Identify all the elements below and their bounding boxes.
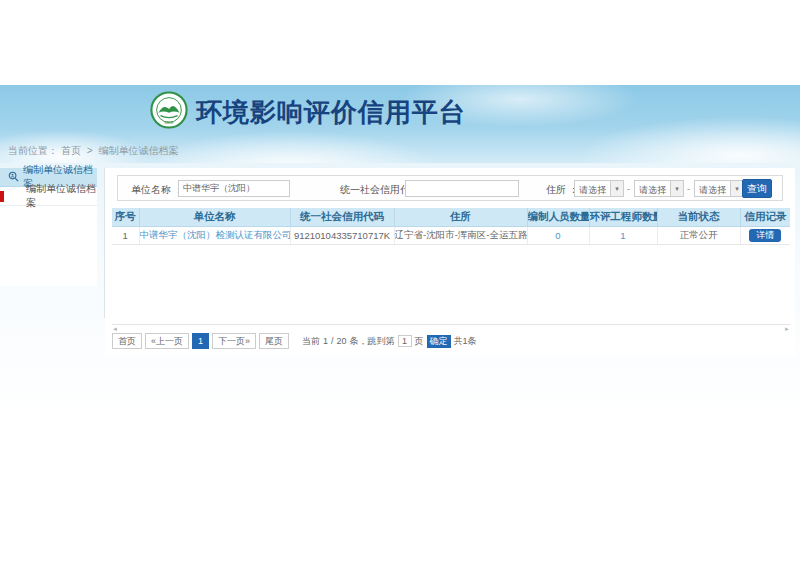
pg-separator: / [331,336,334,346]
jump-page-input[interactable] [398,335,412,347]
pg-info-prefix: 当前 [302,335,320,348]
first-page-button[interactable]: 首页 [112,333,142,349]
table-row: 1 中谱华宇（沈阳）检测认证有限公司 91210104335710717K 辽宁… [112,226,790,244]
col-credit-record: 信用记录 [740,208,790,226]
mee-logo-icon: MEE [150,91,188,133]
cell-address: 辽宁省-沈阳市-浑南区-全运五路35-1号楼902 [394,226,527,244]
col-engineer-count: 环评工程师数量 [589,208,657,226]
platform-title: 环境影响评价信用平台 [196,95,466,130]
last-page-button[interactable]: 尾页 [259,333,289,349]
col-staff-count: 编制人员数量 [527,208,589,226]
sidebar-spacer [0,206,97,286]
engineer-count-link[interactable]: 1 [620,230,625,241]
company-name-link[interactable]: 中谱华宇（沈阳）检测认证有限公司 [140,229,291,240]
pg-current: 1 [323,336,328,346]
unit-name-label: 单位名称 ： [131,183,184,197]
cell-credit-record: 详情 [740,226,790,244]
scroll-left-icon[interactable]: ◄ [112,326,118,332]
table-header-row: 序号 单位名称 统一社会信用代码 住所 编制人员数量 环评工程师数量 当前状态 … [112,208,790,226]
brand-header: MEE 环境影响评价信用平台 [150,92,466,132]
horizontal-scrollbar[interactable]: ◄ ► [112,324,790,332]
page-1-button[interactable]: 1 [192,333,209,349]
sidebar-item-credit-archive[interactable]: 编制单位诚信档案 [0,187,97,206]
col-status: 当前状态 [657,208,740,226]
cell-index: 1 [112,226,139,244]
breadcrumb-current: 编制单位诚信档案 [98,145,178,156]
pg-info-middle: 条，跳到第 [350,335,395,348]
residence-district-select[interactable]: 请选择 ▾ [694,180,744,197]
district-select-value: 请选择 [699,184,726,197]
pagination: 首页 «上一页 1 下一页» 尾页 当前 1 / 20 条，跳到第 页 确定 共… [112,333,477,349]
pg-total: 20 [337,336,347,346]
breadcrumb: 当前位置：首页 > 编制单位诚信档案 [8,144,181,158]
city-select-value: 请选择 [639,184,666,197]
col-index: 序号 [112,208,139,226]
breadcrumb-prefix: 当前位置： [8,145,58,156]
scroll-right-icon[interactable]: ► [784,326,790,332]
residence-city-select[interactable]: 请选择 ▾ [634,180,684,197]
confirm-jump-button[interactable]: 确定 [427,335,451,348]
sidebar: 编制单位诚信档案 编制单位诚信档案 [0,168,97,286]
pg-info-suffix: 页 [415,335,424,348]
sidebar-item-label: 编制单位诚信档案 [26,182,97,210]
cell-unit-name: 中谱华宇（沈阳）检测认证有限公司 [139,226,290,244]
breadcrumb-home-link[interactable]: 首页 [61,145,81,156]
main-content: 单位名称 ： 统一社会信用代码 ： 住所 ： 请选择 ▾ - 请选择 ▾ - 请… [105,168,795,356]
breadcrumb-separator: > [87,145,93,156]
credit-code-input[interactable] [405,180,519,197]
cell-status: 正常公开 [657,226,740,244]
col-address: 住所 [394,208,527,226]
col-credit-code: 统一社会信用代码 [290,208,394,226]
chevron-down-icon: ▾ [670,181,683,196]
select-separator: - [687,184,690,194]
search-toolbar: 单位名称 ： 统一社会信用代码 ： 住所 ： 请选择 ▾ - 请选择 ▾ - 请… [117,175,783,201]
pagination-info: 当前 1 / 20 条，跳到第 页 确定 共1条 [302,335,477,348]
prev-page-button[interactable]: «上一页 [145,333,189,349]
residence-province-select[interactable]: 请选择 ▾ [574,180,624,197]
user-search-icon [8,171,19,184]
next-page-button[interactable]: 下一页» [212,333,256,349]
cell-engineer-count: 1 [589,226,657,244]
province-select-value: 请选择 [579,184,606,197]
query-button[interactable]: 查询 [742,179,772,198]
detail-button[interactable]: 详情 [749,229,781,242]
col-unit-name: 单位名称 [139,208,290,226]
unit-name-input[interactable] [178,180,290,197]
svg-text:MEE: MEE [164,120,173,125]
cell-credit-code: 91210104335710717K [290,226,394,244]
pg-total-text: 共1条 [454,335,477,348]
active-item-marker [0,191,4,202]
results-table: 序号 单位名称 统一社会信用代码 住所 编制人员数量 环评工程师数量 当前状态 … [112,208,790,245]
staff-count-link[interactable]: 0 [555,230,560,241]
select-separator: - [627,184,630,194]
chevron-down-icon: ▾ [610,181,623,196]
cell-staff-count: 0 [527,226,589,244]
